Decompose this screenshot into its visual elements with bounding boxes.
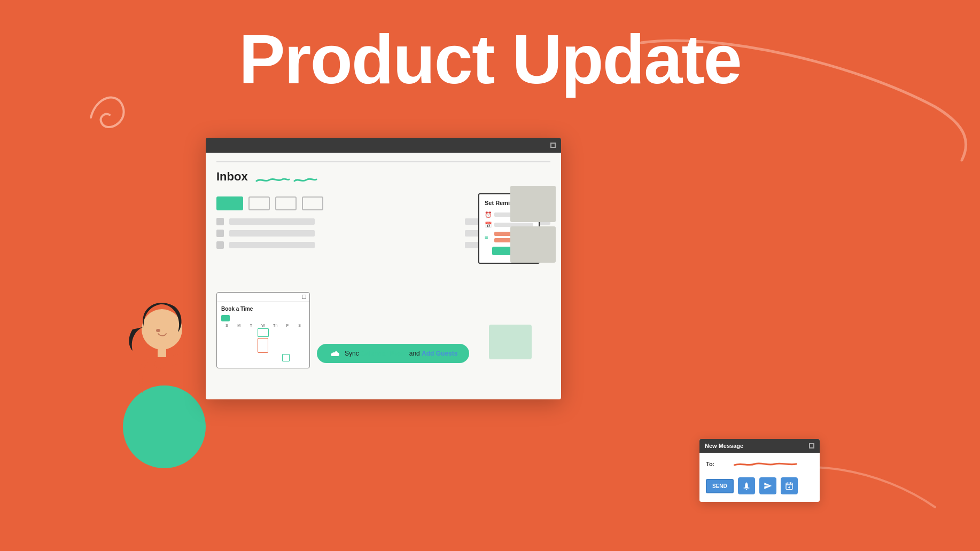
day-W: W bbox=[258, 324, 269, 327]
right-panel bbox=[510, 186, 556, 263]
cal-cell bbox=[270, 354, 281, 363]
new-message-titlebar: New Message bbox=[699, 439, 820, 453]
inbox-squiggle-1 bbox=[255, 176, 290, 184]
bell-icon bbox=[742, 482, 751, 490]
inbox-tab-all[interactable] bbox=[216, 196, 243, 210]
inbox-tab-2[interactable] bbox=[248, 196, 270, 210]
clock-icon: ⏰ bbox=[485, 211, 491, 218]
book-time-titlebar bbox=[217, 293, 309, 302]
book-time-close-dot bbox=[302, 295, 306, 299]
inbox-tab-4[interactable] bbox=[302, 196, 323, 210]
calendar-row-3 bbox=[221, 354, 305, 363]
calendar-button[interactable] bbox=[781, 477, 798, 494]
browser-titlebar bbox=[206, 138, 561, 153]
sync-label-prefix: Sync bbox=[345, 350, 361, 357]
day-S2: S bbox=[294, 324, 305, 327]
book-time-label: Book a Time bbox=[221, 306, 305, 312]
note-icon: ≡ bbox=[485, 234, 491, 240]
inbox-tab-3[interactable] bbox=[275, 196, 297, 210]
right-panel-box-1 bbox=[510, 186, 556, 222]
new-message-actions: SEND bbox=[706, 477, 813, 494]
row-bar bbox=[229, 218, 315, 225]
svg-point-1 bbox=[142, 309, 182, 350]
cal-cell bbox=[234, 338, 245, 347]
paper-plane-icon bbox=[764, 482, 772, 490]
day-T: T bbox=[245, 324, 256, 327]
cal-cell-selected-2[interactable] bbox=[282, 354, 290, 361]
cal-cell bbox=[282, 338, 293, 347]
cal-cell bbox=[234, 354, 245, 363]
calendar-row-2 bbox=[221, 338, 305, 353]
new-message-title: New Message bbox=[705, 443, 743, 449]
row-icon bbox=[216, 230, 224, 237]
day-M: M bbox=[234, 324, 245, 327]
right-panel-box-2 bbox=[510, 226, 556, 263]
calendar-teal-icon bbox=[221, 315, 230, 321]
cal-cell bbox=[245, 328, 256, 337]
cal-cell-highlighted[interactable] bbox=[258, 338, 268, 353]
cal-cell bbox=[270, 338, 281, 347]
book-a-time-window: Book a Time S M T W Th F S bbox=[216, 292, 310, 368]
browser-window: Inbox bbox=[206, 138, 561, 399]
sync-calendar-button[interactable]: Sync Calendar Event and Add Guests bbox=[317, 344, 469, 363]
cal-cell bbox=[282, 328, 293, 337]
calendar-day-labels: S M T W Th F S bbox=[221, 324, 305, 327]
to-squiggle bbox=[718, 461, 813, 467]
svg-point-2 bbox=[156, 329, 160, 332]
calendar-header bbox=[221, 315, 305, 321]
new-message-popup: New Message To: SEND bbox=[699, 439, 820, 502]
sync-add-guests-label: Add Guests bbox=[422, 350, 457, 357]
bell-button[interactable] bbox=[738, 477, 755, 494]
cal-cell bbox=[258, 354, 269, 363]
sync-text: Sync Calendar Event and Add Guests bbox=[345, 350, 457, 357]
cal-cell bbox=[221, 354, 232, 363]
sync-and-label: and bbox=[409, 350, 422, 357]
cal-cell bbox=[234, 328, 245, 337]
cal-cell bbox=[294, 328, 305, 337]
send-message-button[interactable] bbox=[759, 477, 776, 494]
row-icon bbox=[216, 241, 224, 249]
browser-address-bar bbox=[216, 161, 550, 162]
new-message-close-dot bbox=[809, 443, 814, 448]
new-message-to-row: To: bbox=[706, 459, 813, 469]
inbox-squiggle-2 bbox=[293, 176, 317, 184]
cal-cell bbox=[294, 354, 305, 363]
sync-calendar-event-label: Calendar Event bbox=[361, 350, 407, 357]
cal-cell bbox=[245, 354, 256, 363]
cloud-icon bbox=[329, 349, 340, 358]
day-Th: Th bbox=[270, 324, 281, 327]
inbox-header: Inbox bbox=[216, 170, 550, 190]
day-S1: S bbox=[221, 324, 232, 327]
page-title: Product Update bbox=[0, 21, 980, 98]
cal-cell bbox=[245, 338, 256, 347]
cal-cell bbox=[270, 328, 281, 337]
svg-rect-3 bbox=[158, 348, 166, 357]
row-icon bbox=[216, 218, 224, 225]
cal-cell bbox=[294, 338, 305, 347]
to-label: To: bbox=[706, 461, 714, 467]
calendar-row-1 bbox=[221, 328, 305, 337]
green-thumb-box bbox=[489, 325, 532, 359]
calendar-add-icon bbox=[785, 482, 794, 490]
browser-close-dot bbox=[550, 143, 556, 148]
calendar-icon: 📅 bbox=[485, 222, 491, 228]
cal-cell bbox=[221, 328, 232, 337]
send-button[interactable]: SEND bbox=[706, 479, 734, 493]
row-bar bbox=[229, 242, 315, 248]
day-F: F bbox=[282, 324, 293, 327]
row-bar bbox=[229, 230, 315, 237]
cal-cell bbox=[221, 338, 232, 347]
cal-cell-selected[interactable] bbox=[258, 328, 269, 337]
inbox-title: Inbox bbox=[216, 170, 248, 184]
